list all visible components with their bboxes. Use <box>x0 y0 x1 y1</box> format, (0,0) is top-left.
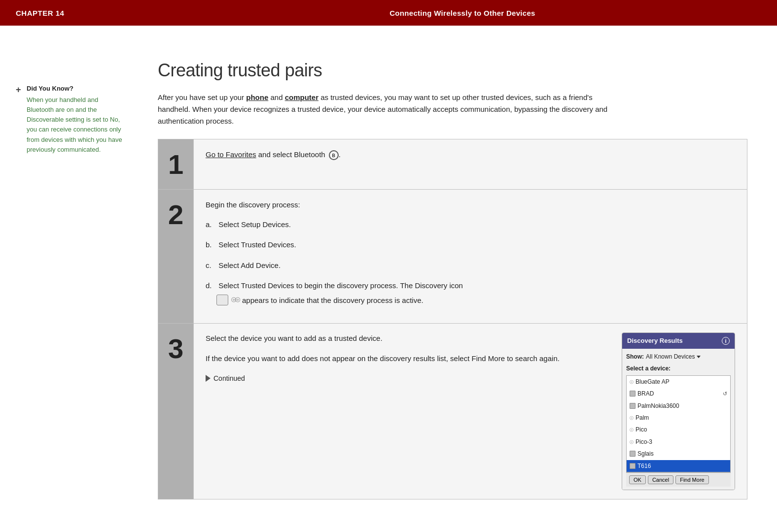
discovery-panel: Discovery Results i Show: All Known Devi… <box>622 332 735 490</box>
header-title: Connecting Wirelessly to Other Devices <box>164 9 761 17</box>
connect-icon: ↺ <box>723 389 727 399</box>
step-2b: b. Select Trusted Devices. <box>206 238 735 251</box>
discovery-device-icon <box>216 295 228 305</box>
discovery-note-text: appears to indicate that the discovery p… <box>242 294 424 307</box>
discovery-panel-body: Show: All Known Devices Select a device: <box>622 349 735 490</box>
device-item-sglais[interactable]: Sglais <box>627 448 730 460</box>
select-label: Select a device: <box>626 364 731 373</box>
main-content: Creating trusted pairs After you have se… <box>138 45 777 514</box>
phone-icon <box>630 463 636 469</box>
step-2a: a. Select Setup Devices. <box>206 218 735 231</box>
sidebar: + Did You Know? When your handheld and B… <box>0 45 138 514</box>
wireless-icon: ⦾ <box>630 378 634 386</box>
device-name: Palm <box>636 413 649 423</box>
step-2-number: 2 <box>158 190 194 324</box>
wave-icons: ⦾⦾ <box>231 295 239 305</box>
phone-icon <box>630 403 636 409</box>
intro-text: After you have set up your phone and com… <box>158 92 611 127</box>
device-list: ⦾ BlueGate AP BRAD ↺ <box>626 375 731 472</box>
show-label: Show: <box>626 352 644 362</box>
step-2-row: 2 Begin the discovery process: a. Select… <box>158 190 747 324</box>
phone-icon <box>630 451 636 457</box>
step-3-number: 3 <box>158 324 194 499</box>
wireless-icon: ⦾ <box>630 438 634 446</box>
device-item-t616[interactable]: T616 <box>627 460 730 472</box>
continued-arrow-icon <box>206 375 211 382</box>
plus-icon: + <box>16 85 21 95</box>
computer-link[interactable]: computer <box>285 93 318 101</box>
find-more-button[interactable]: Find More <box>675 475 709 484</box>
step-1-content: Go to Favorites and select Bluetooth ʙ. <box>194 139 747 190</box>
go-to-favorites-link[interactable]: Go to Favorites <box>206 150 256 159</box>
step-1-text: Go to Favorites and select Bluetooth ʙ. <box>206 150 341 159</box>
device-item-brad[interactable]: BRAD ↺ <box>627 388 730 399</box>
step-1-row: 1 Go to Favorites and select Bluetooth ʙ… <box>158 139 747 190</box>
phone-link[interactable]: phone <box>246 93 268 101</box>
did-you-know-text: When your handheld and Bluetooth are on … <box>27 95 126 155</box>
step-2-list: a. Select Setup Devices. b. Select Trust… <box>206 218 735 307</box>
discovery-panel-title: Discovery Results <box>627 335 683 346</box>
device-item-palm[interactable]: ⦾ Palm <box>627 412 730 424</box>
step-2c: c. Select Add Device. <box>206 259 735 272</box>
chapter-label: CHAPTER 14 <box>16 9 164 17</box>
bluetooth-icon: ʙ <box>329 150 339 160</box>
cancel-button[interactable]: Cancel <box>648 475 673 484</box>
device-item-palmnokia[interactable]: PalmNokia3600 <box>627 400 730 412</box>
continued-link: Continued <box>206 373 606 384</box>
page-body: + Did You Know? When your handheld and B… <box>0 26 777 532</box>
dropdown-arrow-icon <box>697 356 701 358</box>
step-1-number: 1 <box>158 139 194 190</box>
device-name: T616 <box>637 461 651 471</box>
step-3-text1: Select the device you want to add as a t… <box>206 332 606 345</box>
continued-text: Continued <box>213 373 245 384</box>
discovery-show-row: Show: All Known Devices <box>626 352 731 362</box>
discovery-buttons: OK Cancel Find More <box>626 472 731 487</box>
did-you-know-title: Did You Know? <box>27 85 126 92</box>
wireless-icon: ⦾ <box>630 414 634 422</box>
device-name: Sglais <box>637 449 654 459</box>
device-name: PalmNokia3600 <box>637 401 679 411</box>
device-name: Pico-3 <box>636 437 652 447</box>
device-item-pico3[interactable]: ⦾ Pico-3 <box>627 436 730 448</box>
discovery-icon-area: ⦾⦾ appears to indicate that the discover… <box>216 294 735 307</box>
show-dropdown[interactable]: All Known Devices <box>646 352 701 362</box>
info-icon[interactable]: i <box>722 337 730 345</box>
device-name: Pico <box>636 425 647 434</box>
step-3-text2: If the device you want to add does not a… <box>206 353 606 365</box>
wireless-icon: ⦾ <box>630 426 634 434</box>
device-item-bluegate[interactable]: ⦾ BlueGate AP <box>627 376 730 388</box>
ok-button[interactable]: OK <box>629 475 646 484</box>
section-title: Creating trusted pairs <box>158 60 747 81</box>
device-name: BlueGate AP <box>636 377 670 387</box>
step-2d: d. Select Trusted Devices to begin the d… <box>206 279 735 306</box>
device-item-pico[interactable]: ⦾ Pico <box>627 424 730 435</box>
step-3-content: Select the device you want to add as a t… <box>194 324 747 499</box>
steps-table: 1 Go to Favorites and select Bluetooth ʙ… <box>158 139 747 499</box>
page-header: CHAPTER 14 Connecting Wirelessly to Othe… <box>0 0 777 26</box>
phone-icon <box>630 391 636 397</box>
step-3-row: 3 Select the device you want to add as a… <box>158 324 747 499</box>
step-2-header: Begin the discovery process: <box>206 199 735 211</box>
show-value: All Known Devices <box>646 352 695 362</box>
discovery-panel-header: Discovery Results i <box>622 333 735 349</box>
step-2-content: Begin the discovery process: a. Select S… <box>194 190 747 324</box>
step-3-text-area: Select the device you want to add as a t… <box>206 332 606 384</box>
did-you-know-box: + Did You Know? When your handheld and B… <box>16 85 126 155</box>
step-3-layout: Select the device you want to add as a t… <box>206 332 735 490</box>
device-name: BRAD <box>637 389 654 399</box>
